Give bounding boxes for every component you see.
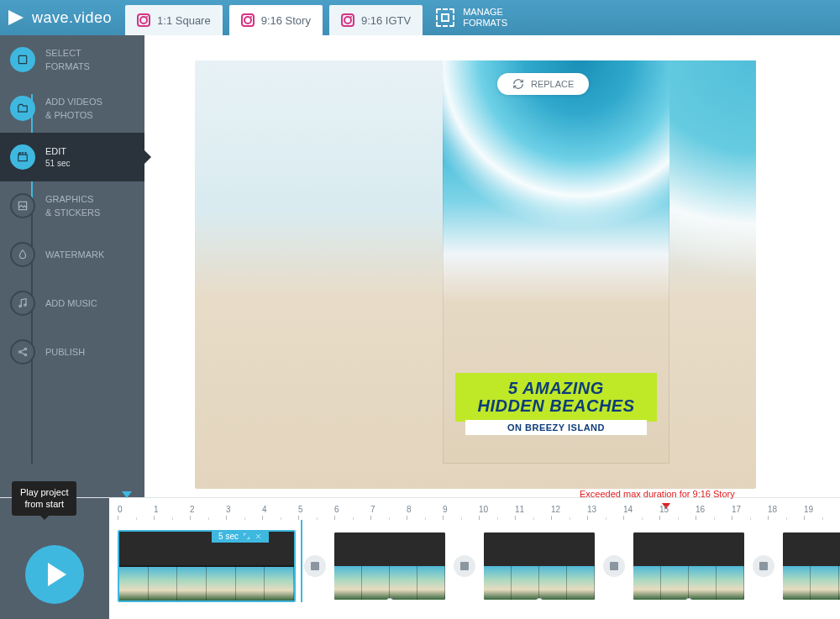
timeline-clip[interactable]: 5 sec [118,530,296,602]
share-icon [10,339,35,365]
sidebar-item-label: ADD MUSIC [45,297,97,309]
instagram-icon [241,13,255,27]
clip-thumbnail [512,566,539,600]
playhead-marker[interactable] [122,491,132,498]
timeline-clip[interactable] [783,532,840,600]
instagram-icon [341,13,354,27]
svg-rect-1 [18,155,28,161]
clip-thumbnail [633,566,661,600]
transition-button[interactable] [304,555,326,577]
canvas-area: REPLACE 5 AMAZING HIDDEN BEACHES ON BREE… [144,35,840,497]
sidebar-item-label: PUBLISH [45,346,85,358]
sidebar-item-watermark[interactable]: WATERMARK [0,230,144,279]
ruler-tick: 1 [154,505,190,520]
close-icon[interactable] [255,532,262,540]
folder-icon [10,96,35,121]
play-logo-icon [8,8,27,27]
clip-thumbnail [484,566,512,600]
sticker-icon [10,193,35,218]
transition-button[interactable] [603,555,625,577]
clip-thumbnail [661,566,689,600]
sidebar-item-label: EDIT 51 sec [45,145,70,169]
clip-duration-chip[interactable]: 5 sec [212,530,269,543]
play-button[interactable] [25,545,84,604]
clip-thumbnail [265,567,294,601]
clip-thumbnail [390,566,417,600]
duration-warning: Exceeded max duration for 9:16 Story [580,489,735,499]
format-tab-label: 9:16 IGTV [361,14,411,27]
clip-thumbnail [539,566,567,600]
clip-thumbnail [207,567,236,601]
transition-button[interactable] [753,555,774,577]
ruler-tick: 0 [118,505,154,520]
ruler-tick: 12 [551,505,587,520]
sidebar-item-add-media[interactable]: ADD VIDEOS & PHOTOS [0,84,144,133]
app-logo[interactable]: wave.video [8,8,112,27]
clips-track: 5 sec [118,530,840,602]
expand-icon [243,532,250,540]
sidebar-item-label: GRAPHICS & STICKERS [45,193,100,218]
sidebar-item-label: WATERMARK [45,249,104,260]
sidebar-item-graphics[interactable]: GRAPHICS & STICKERS [0,181,144,230]
headline-text[interactable]: 5 AMAZING HIDDEN BEACHES [455,373,657,422]
refresh-icon [512,78,524,90]
replace-label: REPLACE [531,79,574,89]
ruler-tick: 4 [262,505,298,520]
play-tooltip: Play project from start [12,481,76,516]
ruler-tick: 2 [190,505,226,520]
timeline: Play project from start Exceeded max dur… [0,497,840,619]
subheadline-text[interactable]: ON BREEZY ISLAND [465,420,647,435]
svg-point-7 [24,354,26,355]
transition-button[interactable] [454,555,475,577]
clip-thumbnail [334,566,362,600]
manage-formats-button[interactable]: MANAGE FORMATS [436,7,507,29]
format-tab-igtv[interactable]: 9:16 IGTV [329,5,423,35]
ruler-tick: 16 [696,505,732,520]
ruler-tick: 18 [768,505,804,520]
ruler-tick: 13 [587,505,623,520]
manage-formats-label: MANAGE FORMATS [463,7,507,29]
clip-thumbnail [362,566,390,600]
timeline-clip[interactable] [334,532,445,600]
ruler-tick: 14 [623,505,659,520]
format-tab-square[interactable]: 1:1 Square [125,5,223,35]
replace-button[interactable]: REPLACE [497,73,589,95]
clip-thumbnail [119,567,149,601]
svg-point-4 [24,304,26,306]
svg-point-5 [18,351,20,353]
ruler-tick: 15 [659,505,696,520]
clip-thumbnail [811,566,838,600]
clip-thumbnail [689,566,717,600]
ruler-tick: 11 [515,505,551,520]
clip-duration-label: 5 sec [218,532,239,541]
app-name: wave.video [32,9,112,27]
clapperboard-icon [10,144,35,170]
main-area: SELECT FORMATS ADD VIDEOS & PHOTOS EDIT … [0,35,840,497]
timeline-clip[interactable] [633,532,744,600]
ruler-tick: 3 [226,505,262,520]
sidebar-item-label: ADD VIDEOS & PHOTOS [45,96,102,121]
clip-thumbnail [783,566,811,600]
droplet-icon [10,242,35,267]
clip-thumbnail [177,567,207,601]
clip-thumbnail [149,567,178,601]
crop-icon [10,47,35,72]
format-tab-story[interactable]: 9:16 Story [229,5,323,35]
sidebar-item-publish[interactable]: PUBLISH [0,328,144,376]
ruler-tick: 19 [804,505,840,520]
sidebar-item-formats[interactable]: SELECT FORMATS [0,35,144,84]
svg-point-3 [19,305,21,307]
ruler-tick: 6 [334,505,370,520]
svg-rect-2 [18,202,26,209]
timeline-clip[interactable] [484,532,595,600]
sidebar: SELECT FORMATS ADD VIDEOS & PHOTOS EDIT … [0,35,144,497]
format-tab-label: 1:1 Square [157,14,211,27]
play-column [0,498,109,619]
topbar: wave.video 1:1 Square 9:16 Story 9:16 IG… [0,0,840,35]
music-note-icon [10,291,35,316]
sidebar-item-edit[interactable]: EDIT 51 sec [0,133,144,181]
ruler-tick: 5 [298,505,334,520]
sidebar-item-music[interactable]: ADD MUSIC [0,279,144,328]
ruler-tick: 7 [370,505,407,520]
time-ruler[interactable]: 012345678910111213141516171819 [109,505,840,520]
